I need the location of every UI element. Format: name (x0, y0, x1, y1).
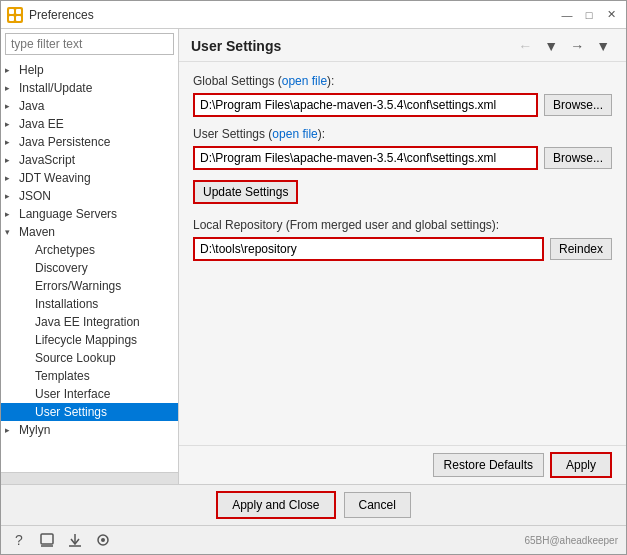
nav-dropdown2[interactable]: ▼ (592, 37, 614, 55)
expand-arrow-javascript: ▸ (5, 155, 17, 165)
svg-rect-0 (9, 9, 14, 14)
section-title: User Settings (191, 38, 514, 54)
tree-item-lifecycle-mappings[interactable]: Lifecycle Mappings (1, 331, 178, 349)
update-settings-button[interactable]: Update Settings (193, 180, 298, 204)
left-panel: ▸Help▸Install/Update▸Java▸Java EE▸Java P… (1, 29, 179, 484)
horizontal-scrollbar[interactable] (1, 472, 178, 484)
reindex-button[interactable]: Reindex (550, 238, 612, 260)
tree-item-discovery[interactable]: Discovery (1, 259, 178, 277)
tree-label-java-ee: Java EE (19, 117, 64, 131)
nav-buttons: ← ▼ → ▼ (514, 37, 614, 55)
expand-arrow-java-ee: ▸ (5, 119, 17, 129)
svg-point-9 (101, 538, 105, 542)
close-button[interactable]: ✕ (602, 6, 620, 24)
global-settings-row: Browse... (193, 93, 612, 117)
tree-label-source-lookup: Source Lookup (35, 351, 116, 365)
cancel-button[interactable]: Cancel (344, 492, 411, 518)
local-repo-input[interactable] (193, 237, 544, 261)
tree-item-user-settings[interactable]: User Settings (1, 403, 178, 421)
tree-label-json: JSON (19, 189, 51, 203)
expand-arrow-help: ▸ (5, 65, 17, 75)
restore-defaults-button[interactable]: Restore Defaults (433, 453, 544, 477)
tree-label-errors-warnings: Errors/Warnings (35, 279, 121, 293)
main-content: ▸Help▸Install/Update▸Java▸Java EE▸Java P… (1, 29, 626, 484)
bottom-bar-1: Restore Defaults Apply (179, 445, 626, 484)
settings-icon[interactable] (93, 530, 113, 550)
global-settings-input[interactable] (193, 93, 538, 117)
svg-rect-2 (9, 16, 14, 21)
tree-item-json[interactable]: ▸JSON (1, 187, 178, 205)
tree-label-archetypes: Archetypes (35, 243, 95, 257)
tree-item-language-servers[interactable]: ▸Language Servers (1, 205, 178, 223)
tree-item-user-interface[interactable]: User Interface (1, 385, 178, 403)
tree-item-archetypes[interactable]: Archetypes (1, 241, 178, 259)
tree-label-installations: Installations (35, 297, 98, 311)
tree-label-install-update: Install/Update (19, 81, 92, 95)
apply-close-button[interactable]: Apply and Close (216, 491, 335, 519)
global-settings-label: Global Settings (open file): (193, 74, 612, 88)
tree-label-lifecycle-mappings: Lifecycle Mappings (35, 333, 137, 347)
user-browse-button[interactable]: Browse... (544, 147, 612, 169)
tree-item-mylyn[interactable]: ▸Mylyn (1, 421, 178, 439)
forward-button[interactable]: → (566, 37, 588, 55)
tree-label-templates: Templates (35, 369, 90, 383)
tree-label-user-interface: User Interface (35, 387, 110, 401)
tree-label-language-servers: Language Servers (19, 207, 117, 221)
expand-arrow-mylyn: ▸ (5, 425, 17, 435)
user-settings-input[interactable] (193, 146, 538, 170)
apply-button[interactable]: Apply (550, 452, 612, 478)
expand-arrow-java-persistence: ▸ (5, 137, 17, 147)
window-icon (7, 7, 23, 23)
local-repo-row: Reindex (193, 237, 612, 261)
tree-item-install-update[interactable]: ▸Install/Update (1, 79, 178, 97)
help-icon[interactable]: ? (9, 530, 29, 550)
expand-arrow-java: ▸ (5, 101, 17, 111)
import-icon[interactable] (65, 530, 85, 550)
expand-arrow-jdt-weaving: ▸ (5, 173, 17, 183)
global-open-file-link[interactable]: open file (282, 74, 327, 88)
tree-item-java-ee[interactable]: ▸Java EE (1, 115, 178, 133)
expand-arrow-maven: ▾ (5, 227, 17, 237)
minimize-button[interactable]: — (558, 6, 576, 24)
tree-item-help[interactable]: ▸Help (1, 61, 178, 79)
tree-label-jdt-weaving: JDT Weaving (19, 171, 91, 185)
tree-item-templates[interactable]: Templates (1, 367, 178, 385)
filter-input[interactable] (5, 33, 174, 55)
preferences-tree: ▸Help▸Install/Update▸Java▸Java EE▸Java P… (1, 59, 178, 441)
tree-item-javascript[interactable]: ▸JavaScript (1, 151, 178, 169)
expand-arrow-json: ▸ (5, 191, 17, 201)
tree-item-java[interactable]: ▸Java (1, 97, 178, 115)
titlebar: Preferences — □ ✕ (1, 1, 626, 29)
maximize-button[interactable]: □ (580, 6, 598, 24)
local-repo-label: Local Repository (From merged user and g… (193, 218, 612, 232)
window-title: Preferences (29, 8, 558, 22)
tree-item-source-lookup[interactable]: Source Lookup (1, 349, 178, 367)
nav-dropdown[interactable]: ▼ (540, 37, 562, 55)
tree-label-java-ee-integration: Java EE Integration (35, 315, 140, 329)
tree-item-jdt-weaving[interactable]: ▸JDT Weaving (1, 169, 178, 187)
footer: ? 65BH@aheadkeeper (1, 525, 626, 554)
expand-arrow-language-servers: ▸ (5, 209, 17, 219)
svg-rect-4 (41, 534, 53, 544)
tree-item-java-persistence[interactable]: ▸Java Persistence (1, 133, 178, 151)
tree-item-java-ee-integration[interactable]: Java EE Integration (1, 313, 178, 331)
expand-arrow-install-update: ▸ (5, 83, 17, 93)
user-settings-row: Browse... (193, 146, 612, 170)
tree-label-mylyn: Mylyn (19, 423, 50, 437)
tree-label-maven: Maven (19, 225, 55, 239)
settings-content: Global Settings (open file): Browse... U… (179, 62, 626, 445)
tree-item-maven[interactable]: ▾Maven (1, 223, 178, 241)
tree-item-installations[interactable]: Installations (1, 295, 178, 313)
svg-rect-1 (16, 9, 21, 14)
tree-label-discovery: Discovery (35, 261, 88, 275)
export-icon[interactable] (37, 530, 57, 550)
tree-label-java: Java (19, 99, 44, 113)
back-button[interactable]: ← (514, 37, 536, 55)
tree-label-javascript: JavaScript (19, 153, 75, 167)
tree-container: ▸Help▸Install/Update▸Java▸Java EE▸Java P… (1, 59, 178, 472)
footer-text: 65BH@aheadkeeper (121, 535, 618, 546)
tree-label-help: Help (19, 63, 44, 77)
user-open-file-link[interactable]: open file (272, 127, 317, 141)
tree-item-errors-warnings[interactable]: Errors/Warnings (1, 277, 178, 295)
global-browse-button[interactable]: Browse... (544, 94, 612, 116)
